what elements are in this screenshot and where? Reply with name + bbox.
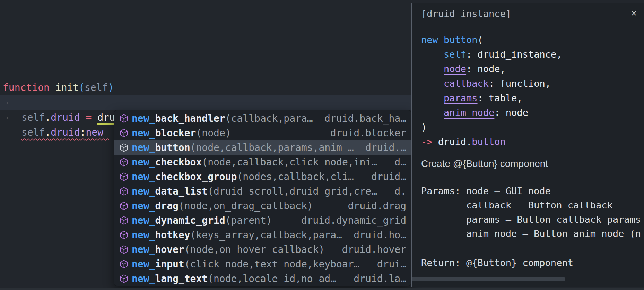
completion-args: (node,on_drag_callback)	[179, 200, 313, 212]
code-token: self	[85, 82, 108, 93]
completion-module: druid.back_ha…	[317, 113, 406, 124]
completion-label: new_dynamic_grid(parent)	[132, 215, 272, 226]
completion-item[interactable]: new_back_handler(callback,para… druid.ba…	[114, 111, 411, 126]
code-token	[50, 82, 55, 93]
completion-module: druid.blocker	[323, 127, 406, 139]
cube-icon	[119, 274, 129, 283]
completion-item[interactable]: new_checkbox(node,callback,click_node,in…	[114, 155, 411, 169]
completion-args: (nodes,callback,cli…	[237, 171, 354, 182]
code-token	[92, 112, 97, 123]
code-token	[421, 107, 444, 118]
completion-name: checkbox	[155, 156, 202, 168]
completion-name: checkbox_group	[155, 171, 237, 182]
code-token	[433, 136, 438, 147]
editor-root: { "colors":{"accent_blue":"#57a5f0","acc…	[0, 0, 644, 290]
completion-name: hotkey	[155, 229, 190, 241]
matched-prefix: new_	[132, 200, 155, 212]
completion-item[interactable]: new_data_list(druid_scroll,druid_grid,cr…	[114, 184, 411, 198]
completion-item[interactable]: new_dynamic_grid(parent) druid.dynamic_g…	[114, 213, 411, 228]
code-token: :	[466, 49, 478, 60]
completion-label: new_input(click_node,text_node,keyboar…	[132, 258, 359, 270]
code-token: self	[444, 49, 466, 60]
bottom-bar	[0, 288, 644, 290]
completion-item[interactable]: new_input(click_node,text_node,keyboar… …	[114, 257, 411, 271]
matched-prefix: new_	[132, 142, 155, 153]
completion-args: (druid_scroll,druid_grid,cre…	[208, 186, 377, 197]
matched-prefix: new_	[132, 273, 155, 284]
code-token: params	[444, 93, 478, 103]
code-token: node,	[478, 63, 506, 74]
completion-label: new_hotkey(keys_array,callback,para…	[132, 229, 342, 241]
return-line: Return: @{Button} component	[421, 257, 573, 268]
completion-item[interactable]: new_button(node,callback,params,anim_… d…	[114, 140, 411, 155]
completion-label: new_button(node,callback,params,anim_…	[132, 142, 354, 153]
code-token: :	[494, 107, 506, 118]
cube-icon	[119, 128, 129, 138]
completion-item[interactable]: new_checkbox_group(nodes,callback,cli… d…	[114, 169, 411, 184]
completion-item[interactable]: new_lang_text(node,locale_id,no_ad… drui…	[114, 271, 411, 286]
code-token: .	[45, 112, 51, 123]
completion-label: new_blocker(node)	[132, 127, 231, 139]
code-line-1: function init(self)	[3, 65, 26, 80]
docs-panel: [druid_instance] ✕ new_button( self: dru…	[411, 3, 644, 287]
code-token: table,	[489, 93, 523, 103]
completion-module: druid.la…	[347, 273, 406, 284]
code-token	[80, 112, 86, 123]
code-token: (	[478, 34, 483, 45]
code-token: init	[55, 82, 79, 93]
completion-name: blocker	[155, 127, 196, 139]
code-token: button	[472, 136, 506, 147]
completion-item[interactable]: new_blocker(node) druid.blocker	[114, 126, 411, 140]
completion-item[interactable]: new_hover(node,on_hover_callback) druid.…	[114, 242, 411, 257]
current-line-highlight	[0, 95, 411, 110]
code-token: :	[80, 127, 86, 138]
completion-args: (keys_array,callback,para…	[190, 229, 342, 241]
completion-name: data_list	[155, 186, 208, 197]
cube-icon	[119, 230, 129, 240]
cube-icon	[119, 157, 129, 167]
code-token: .	[45, 127, 51, 138]
close-icon[interactable]: ✕	[631, 8, 637, 18]
code-token: druid	[51, 127, 80, 138]
completion-label: new_checkbox(node,callback,click_node,in…	[132, 156, 377, 168]
code-token: self	[21, 127, 45, 138]
completion-name: button	[155, 142, 190, 153]
completion-name: drag	[155, 200, 178, 212]
signature-line: self: druid_instance,	[421, 47, 562, 62]
params-line: Params: node — GUI node	[421, 184, 641, 198]
code-token: =	[86, 112, 92, 123]
code-token: )	[421, 122, 427, 133]
code-token: )	[108, 82, 114, 93]
completion-args: (parent)	[225, 215, 272, 226]
completion-module: druid.hover	[335, 244, 406, 255]
completion-args: (node,on_hover_callback)	[184, 244, 325, 255]
completion-name: dynamic_grid	[155, 215, 225, 226]
code-token: druid	[51, 112, 80, 123]
signature-line: new_button(	[421, 33, 562, 47]
completion-module: druid…	[364, 171, 406, 182]
code-token: :	[489, 78, 500, 89]
matched-prefix: new_	[132, 229, 155, 241]
params-line: params — Button callback params	[421, 212, 641, 227]
params-line: anim_node — Button anim node (n	[421, 227, 641, 241]
description-text: Create @{Button} component	[421, 158, 548, 169]
params-block: Params: node — GUI node callback — Butto…	[421, 184, 641, 241]
horizontal-scrollbar[interactable]	[412, 277, 565, 281]
matched-prefix: new_	[132, 171, 155, 182]
completion-item[interactable]: new_hotkey(keys_array,callback,para… dru…	[114, 228, 411, 242]
code-token: :	[466, 63, 478, 74]
code-token: node	[444, 63, 466, 74]
params-line: callback — Button callback	[421, 198, 641, 212]
code-line-3-tokens: self.druid:new_	[21, 125, 109, 140]
cube-icon	[119, 172, 129, 181]
code-token	[421, 63, 444, 74]
completion-item[interactable]: new_drag(node,on_drag_callback) druid.dr…	[114, 198, 411, 213]
cube-icon	[119, 201, 129, 211]
code-token: self	[21, 112, 45, 123]
completion-module: druid.ho…	[347, 229, 406, 241]
signature-line: )	[421, 120, 562, 135]
code-token: :	[478, 93, 489, 103]
completion-args: (callback,para…	[225, 113, 313, 124]
signature-block: new_button( self: druid_instance, node: …	[421, 33, 562, 149]
completion-name: hover	[155, 244, 184, 255]
